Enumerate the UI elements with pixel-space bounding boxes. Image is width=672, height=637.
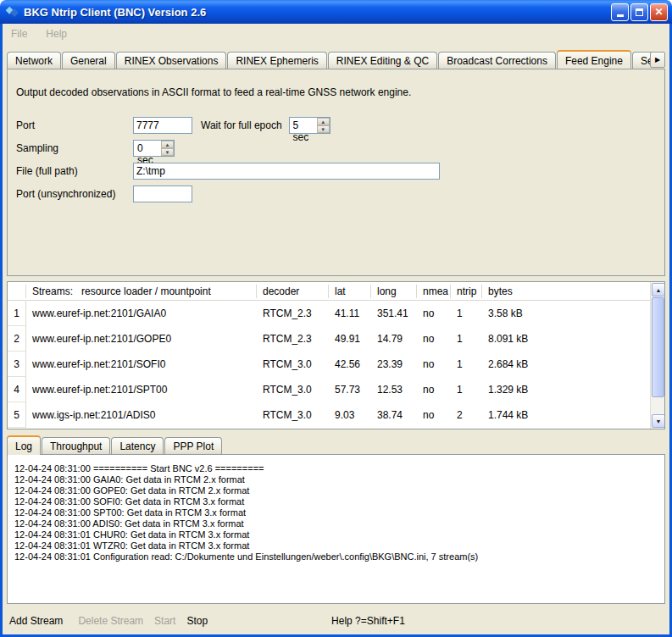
tab-rinex-observations[interactable]: RINEX Observations — [116, 52, 227, 69]
spin-down-icon: ▼ — [165, 150, 170, 155]
header-lat: lat — [329, 285, 371, 298]
table-scrollbar[interactable]: ▲ ▼ — [650, 282, 664, 429]
sampling-row: Sampling 0 sec ▲ ▼ — [16, 140, 656, 157]
tab-label: Feed Engine — [565, 55, 623, 67]
arrow-down-icon: ▼ — [656, 418, 662, 424]
file-path-row: File (full path) — [16, 163, 656, 180]
tab-label: Latency — [119, 440, 155, 452]
cell-lat: 9.03 — [329, 409, 371, 421]
table-row[interactable]: 2 www.euref-ip.net:2101/GOPE0 RTCM_2.3 4… — [8, 326, 650, 352]
table-row[interactable]: 5 www.igs-ip.net:2101/ADIS0 RTCM_3.0 9.0… — [8, 402, 650, 428]
cell-lat: 57.73 — [329, 384, 371, 396]
log-line: 12-04-24 08:31:00 GAIA0: Get data in RTC… — [14, 474, 658, 485]
cell-ntrip: 2 — [451, 409, 482, 421]
scrollbar-thumb[interactable] — [652, 297, 664, 397]
cell-nmea: no — [417, 333, 451, 345]
cell-long: 12.53 — [371, 384, 417, 396]
spin-down-button[interactable]: ▼ — [161, 148, 174, 156]
log-line: 12-04-24 08:31:00 GOPE0: Get data in RTC… — [14, 485, 658, 496]
table-row[interactable]: 3 www.euref-ip.net:2101/SOFI0 RTCM_3.0 4… — [8, 352, 650, 377]
file-path-input[interactable] — [133, 163, 440, 180]
tab-label: RINEX Observations — [125, 55, 219, 67]
table-row[interactable]: 1 www.euref-ip.net:2101/GAIA0 RTCM_2.3 4… — [8, 301, 650, 326]
panel-description: Output decoded observations in ASCII for… — [16, 86, 656, 98]
tab-feed-engine[interactable]: Feed Engine — [557, 50, 631, 69]
tab-label: Log — [15, 440, 32, 452]
cell-mountpoint: www.euref-ip.net:2101/GOPE0 — [26, 333, 257, 345]
output-tabbar: Log Throughput Latency PPP Plot — [3, 429, 669, 454]
stop-button[interactable]: Stop — [186, 615, 208, 627]
header-nmea: nmea — [417, 285, 451, 298]
maximize-icon — [636, 8, 643, 16]
app-icon — [5, 5, 20, 19]
action-bar: Add Stream Delete Stream Start Stop Help… — [9, 615, 669, 627]
menu-help[interactable]: Help — [46, 28, 67, 40]
row-number: 1 — [8, 301, 26, 326]
tab-rinex-editing-qc[interactable]: RINEX Editing & QC — [328, 52, 437, 69]
tab-latency[interactable]: Latency — [111, 437, 164, 454]
help-button[interactable]: Help ?=Shift+F1 — [331, 615, 405, 627]
spin-up-button[interactable]: ▲ — [317, 118, 330, 125]
tab-general[interactable]: General — [62, 52, 115, 69]
cell-lat: 42.56 — [329, 358, 371, 370]
streams-header: Streams: resource loader / mountpoint de… — [8, 282, 650, 301]
header-bytes: bytes — [482, 285, 650, 298]
app-window: BKG Ntrip Client (BNC) Version 2.6 ✕ Fil… — [0, 0, 672, 637]
close-button[interactable]: ✕ — [650, 3, 668, 21]
spin-down-button[interactable]: ▼ — [317, 125, 330, 133]
tab-label: PPP Plot — [173, 440, 214, 452]
tab-broadcast-corrections[interactable]: Broadcast Corrections — [438, 52, 556, 69]
log-line: 12-04-24 08:31:00 ADIS0: Get data in RTC… — [14, 518, 658, 529]
streams-table: Streams: resource loader / mountpoint de… — [7, 281, 665, 429]
wait-epoch-spinner[interactable]: 5 sec ▲ ▼ — [289, 117, 330, 134]
table-row[interactable]: 4 www.euref-ip.net:2101/SPT00 RTCM_3.0 5… — [8, 377, 650, 402]
maximize-button[interactable] — [630, 3, 648, 21]
log-line: 12-04-24 08:31:00 SPT00: Get data in RTC… — [14, 507, 658, 518]
tab-label: Network — [15, 55, 53, 67]
header-mountpoint: Streams: resource loader / mountpoint — [26, 285, 257, 298]
titlebar[interactable]: BKG Ntrip Client (BNC) Version 2.6 ✕ — [0, 0, 672, 24]
scroll-down-button[interactable]: ▼ — [652, 414, 665, 428]
cell-mountpoint: www.euref-ip.net:2101/SOFI0 — [26, 358, 257, 370]
port-row: Port Wait for full epoch 5 sec ▲ ▼ — [16, 117, 656, 134]
spin-up-button[interactable]: ▲ — [161, 141, 174, 148]
spin-up-icon: ▲ — [165, 142, 170, 147]
spinner-arrows: ▲ ▼ — [317, 118, 330, 133]
cell-bytes: 2.684 kB — [482, 358, 650, 370]
tab-log[interactable]: Log — [7, 435, 41, 455]
tab-ppp-plot[interactable]: PPP Plot — [164, 437, 222, 454]
cell-decoder: RTCM_3.0 — [257, 409, 329, 421]
window-title: BKG Ntrip Client (BNC) Version 2.6 — [24, 6, 611, 19]
log-line: 12-04-24 08:31:00 SOFI0: Get data in RTC… — [14, 496, 658, 507]
delete-stream-button[interactable]: Delete Stream — [78, 615, 143, 627]
tab-throughput[interactable]: Throughput — [42, 437, 110, 454]
port-label: Port — [16, 119, 133, 131]
cell-ntrip: 1 — [451, 358, 482, 370]
spin-up-icon: ▲ — [320, 119, 325, 125]
cell-bytes: 3.58 kB — [482, 307, 650, 319]
tab-network[interactable]: Network — [7, 52, 61, 69]
port-input[interactable] — [133, 117, 192, 134]
cell-bytes: 8.091 kB — [482, 333, 650, 345]
port-unsync-row: Port (unsynchronized) — [16, 186, 656, 202]
cell-long: 351.41 — [371, 307, 417, 319]
sampling-spinner[interactable]: 0 sec ▲ ▼ — [133, 140, 175, 157]
cell-bytes: 1.744 kB — [482, 409, 650, 421]
port-unsync-input[interactable] — [133, 186, 192, 202]
wait-epoch-label: Wait for full epoch — [201, 119, 282, 131]
cell-nmea: no — [417, 384, 451, 396]
menu-file[interactable]: File — [11, 28, 27, 40]
minimize-button[interactable] — [611, 3, 629, 21]
tab-scroll-right-button[interactable]: ▶ — [650, 52, 665, 68]
cell-long: 38.74 — [371, 409, 417, 421]
tab-label: Throughput — [50, 440, 102, 452]
spin-down-icon: ▼ — [320, 127, 325, 132]
add-stream-button[interactable]: Add Stream — [9, 615, 63, 627]
row-number: 4 — [8, 377, 26, 402]
log-panel: 12-04-24 08:31:00 ========== Start BNC v… — [7, 454, 665, 604]
start-button[interactable]: Start — [154, 615, 175, 627]
tab-rinex-ephemeris[interactable]: RINEX Ephemeris — [227, 52, 326, 69]
cell-decoder: RTCM_2.3 — [257, 333, 329, 345]
scroll-up-button[interactable]: ▲ — [652, 283, 665, 296]
cell-mountpoint: www.euref-ip.net:2101/GAIA0 — [26, 307, 257, 319]
